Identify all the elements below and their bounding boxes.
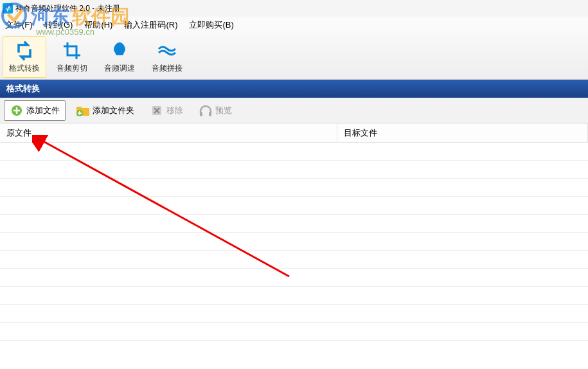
menu-bar: 文件(F) 转到(G) 帮助(H) 输入注册码(R) 立即购买(B) bbox=[0, 17, 588, 33]
tool-audio-speed[interactable]: 音频调速 bbox=[98, 36, 141, 78]
table-row bbox=[337, 269, 588, 287]
table-row bbox=[0, 143, 337, 161]
table-row bbox=[0, 179, 337, 197]
tool-concat-label: 音频拼接 bbox=[152, 63, 183, 74]
table-row bbox=[337, 323, 588, 341]
tool-audio-trim[interactable]: 音频剪切 bbox=[50, 36, 94, 78]
table-row bbox=[337, 233, 588, 251]
table-row bbox=[0, 269, 337, 287]
remove-button[interactable]: 移除 bbox=[145, 101, 188, 120]
add-folder-label: 添加文件夹 bbox=[93, 105, 134, 116]
table-row bbox=[337, 287, 588, 305]
source-column: 原文件 bbox=[0, 123, 337, 369]
table-row bbox=[0, 161, 337, 179]
app-icon bbox=[3, 3, 13, 14]
section-header: 格式转换 bbox=[0, 80, 588, 98]
handshake-icon bbox=[156, 40, 178, 62]
action-bar: 添加文件 添加文件夹 移除 预览 bbox=[0, 98, 588, 123]
table-row bbox=[337, 197, 588, 215]
menu-file[interactable]: 文件(F) bbox=[5, 19, 33, 31]
table-row bbox=[0, 233, 337, 251]
section-title: 格式转换 bbox=[6, 83, 40, 94]
remove-label: 移除 bbox=[166, 105, 183, 116]
tool-convert-label: 格式转换 bbox=[9, 63, 40, 74]
tool-format-convert[interactable]: 格式转换 bbox=[3, 36, 46, 78]
table-row bbox=[0, 305, 337, 323]
convert-icon bbox=[13, 40, 35, 62]
source-header[interactable]: 原文件 bbox=[0, 123, 337, 143]
headphones-icon bbox=[199, 104, 213, 118]
add-file-icon bbox=[10, 104, 24, 118]
window-title: 神奇音频处理软件 2.0 - 未注册 bbox=[15, 3, 120, 14]
svg-rect-7 bbox=[200, 112, 202, 116]
table-row bbox=[0, 323, 337, 341]
table-row bbox=[337, 215, 588, 233]
table-row bbox=[0, 197, 337, 215]
target-rows bbox=[337, 143, 588, 369]
menu-help[interactable]: 帮助(H) bbox=[84, 19, 112, 31]
menu-register[interactable]: 输入注册码(R) bbox=[124, 19, 177, 31]
rocket-icon bbox=[109, 40, 130, 62]
table-row bbox=[0, 251, 337, 269]
main-toolbar: 格式转换 音频剪切 音频调速 音频拼接 bbox=[0, 33, 588, 80]
title-bar: 神奇音频处理软件 2.0 - 未注册 bbox=[0, 0, 588, 17]
table-row bbox=[337, 305, 588, 323]
menu-goto[interactable]: 转到(G) bbox=[44, 19, 73, 31]
add-folder-button[interactable]: 添加文件夹 bbox=[71, 101, 139, 120]
table-row bbox=[337, 179, 588, 197]
add-file-label: 添加文件 bbox=[26, 105, 60, 116]
table-row bbox=[337, 143, 588, 161]
table-row bbox=[0, 215, 337, 233]
table-row bbox=[0, 287, 337, 305]
add-file-button[interactable]: 添加文件 bbox=[4, 100, 66, 121]
tool-speed-label: 音频调速 bbox=[104, 63, 135, 74]
preview-label: 预览 bbox=[215, 105, 232, 116]
file-table: 原文件 目标文件 bbox=[0, 123, 588, 369]
table-row bbox=[337, 251, 588, 269]
menu-buy[interactable]: 立即购买(B) bbox=[189, 19, 233, 31]
target-column: 目标文件 bbox=[337, 123, 588, 369]
target-header[interactable]: 目标文件 bbox=[337, 123, 588, 143]
crop-icon bbox=[61, 40, 83, 62]
source-rows bbox=[0, 143, 337, 369]
add-folder-icon bbox=[76, 104, 90, 118]
table-row bbox=[337, 161, 588, 179]
remove-icon bbox=[150, 104, 164, 118]
tool-trim-label: 音频剪切 bbox=[57, 63, 87, 74]
svg-rect-8 bbox=[209, 112, 211, 116]
tool-audio-concat[interactable]: 音频拼接 bbox=[145, 36, 189, 78]
preview-button[interactable]: 预览 bbox=[193, 101, 237, 120]
